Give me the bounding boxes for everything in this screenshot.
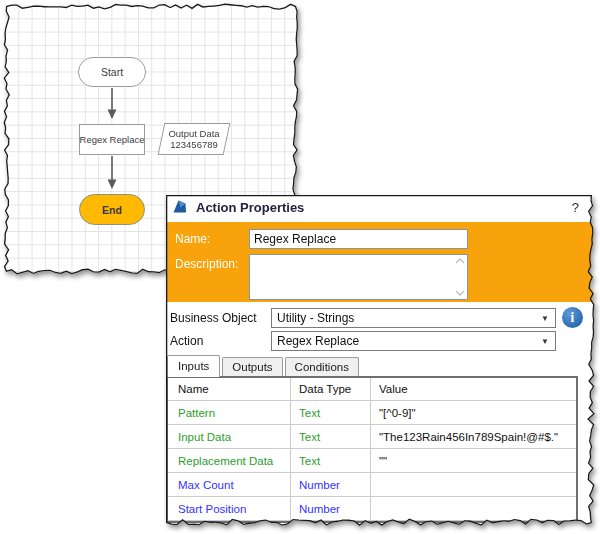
column-header-name[interactable]: Name xyxy=(168,378,291,400)
tab-conditions[interactable]: Conditions xyxy=(285,357,359,376)
scroll-up-icon[interactable] xyxy=(455,258,465,264)
column-header-data-type[interactable]: Data Type xyxy=(291,378,371,400)
action-dropdown[interactable]: Regex Replace ▼ xyxy=(271,331,556,351)
data-item-value: 123456789 xyxy=(170,139,218,150)
tab-inputs[interactable]: Inputs xyxy=(167,355,220,377)
selector-section: Business Object Utility - Strings ▼ i Ac… xyxy=(163,302,595,352)
business-object-value: Utility - Strings xyxy=(277,311,354,325)
tab-outputs[interactable]: Outputs xyxy=(222,357,282,376)
param-value[interactable]: "[^0-9]" xyxy=(371,401,576,424)
business-object-dropdown[interactable]: Utility - Strings ▼ xyxy=(271,308,556,328)
dialog-titlebar: Action Properties ? xyxy=(163,192,595,222)
inputs-table: Name Data Type Value Pattern Text "[^0-9… xyxy=(166,376,578,523)
table-row: Start Position Number xyxy=(168,497,576,521)
param-name: Replacement Data xyxy=(168,449,291,472)
action-properties-dialog: Action Properties ? Name: Description: xyxy=(163,192,595,526)
scroll-down-icon[interactable] xyxy=(455,290,465,296)
param-value[interactable] xyxy=(371,497,576,520)
table-header-row: Name Data Type Value xyxy=(168,378,576,401)
table-row: Replacement Data Text "" xyxy=(168,449,576,473)
description-input[interactable] xyxy=(250,255,467,299)
dialog-header-section: Name: Description: xyxy=(163,222,595,302)
param-value[interactable] xyxy=(371,473,576,496)
param-name: Start Position xyxy=(168,497,291,520)
blueprism-logo-icon xyxy=(172,199,189,215)
chevron-down-icon: ▼ xyxy=(541,337,555,346)
param-name: Max Count xyxy=(168,473,291,496)
flow-node-start[interactable]: Start xyxy=(78,57,146,87)
param-value[interactable]: "The123Rain456In789Spain!@#$." xyxy=(371,425,576,448)
arrow-down-icon xyxy=(102,156,122,192)
param-name: Pattern xyxy=(168,401,291,424)
chevron-down-icon: ▼ xyxy=(541,314,555,323)
info-icon[interactable]: i xyxy=(562,307,583,328)
flow-node-regex-replace[interactable]: Regex Replace xyxy=(79,124,145,155)
arrow-down-icon xyxy=(102,88,122,122)
tab-bar: Inputs Outputs Conditions xyxy=(163,352,595,376)
flow-node-end[interactable]: End xyxy=(79,194,145,225)
param-data-type: Text xyxy=(291,449,371,472)
description-label: Description: xyxy=(175,254,249,300)
table-row: Pattern Text "[^0-9]" xyxy=(168,401,576,425)
name-label: Name: xyxy=(175,229,249,249)
param-data-type: Text xyxy=(291,425,371,448)
flow-data-item[interactable]: Output Data 123456789 xyxy=(161,123,227,155)
help-button[interactable]: ? xyxy=(566,200,585,215)
action-value: Regex Replace xyxy=(277,334,359,348)
param-data-type: Text xyxy=(291,401,371,424)
dialog-title: Action Properties xyxy=(196,200,304,215)
column-header-value[interactable]: Value xyxy=(371,378,576,400)
table-row: Input Data Text "The123Rain456In789Spain… xyxy=(168,425,576,449)
screenshot-canvas: Start Regex Replace Output Data 12345678… xyxy=(0,0,600,534)
name-input[interactable] xyxy=(249,229,468,249)
param-data-type: Number xyxy=(291,497,371,520)
table-row: Max Count Number xyxy=(168,473,576,497)
action-label: Action xyxy=(170,334,203,348)
data-item-name: Output Data xyxy=(168,128,219,139)
business-object-label: Business Object xyxy=(170,311,257,325)
param-value[interactable]: "" xyxy=(371,449,576,472)
param-name: Input Data xyxy=(168,425,291,448)
param-data-type: Number xyxy=(291,473,371,496)
